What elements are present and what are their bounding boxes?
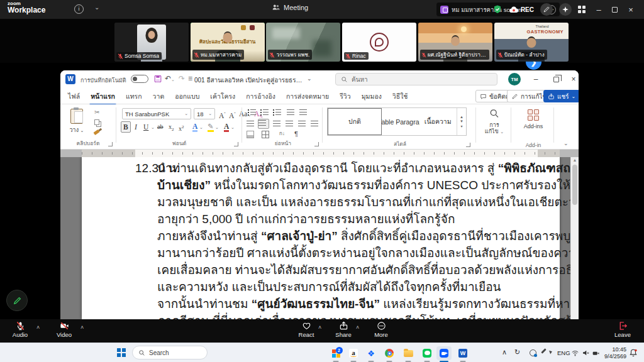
addins-group[interactable]: Add-ins Add-in [513, 104, 553, 150]
font-color-button[interactable]: A [224, 121, 229, 131]
cut-icon[interactable]: ✂ [94, 109, 99, 116]
taskbar-app-amazon[interactable]: a [346, 346, 361, 360]
style-item[interactable]: เนื้อความ [419, 108, 457, 135]
share-options-chevron[interactable]: ˄ [356, 324, 359, 331]
autosave-toggle[interactable] [131, 75, 148, 83]
format-painter-icon[interactable] [93, 129, 99, 135]
info-icon[interactable]: i [74, 4, 84, 14]
notifications-bell-icon[interactable] [629, 348, 638, 358]
shrink-font-button[interactable]: Aˇ [229, 109, 236, 121]
ribbon-tab-item[interactable]: วิธีใช้ [392, 91, 408, 102]
bold-button[interactable]: B [121, 121, 131, 133]
network-status-icon[interactable] [530, 349, 536, 356]
italic-button[interactable]: I [135, 122, 137, 132]
tab-meeting[interactable]: Meeting [272, 3, 308, 12]
font-name-select[interactable]: TH SarabunPSK⌄ [122, 108, 191, 119]
line-spacing-button[interactable] [311, 120, 319, 128]
multilevel-list-button[interactable] [273, 109, 282, 116]
taskbar-app-zoom[interactable] [436, 346, 452, 360]
audio-button[interactable]: Audio [4, 321, 36, 338]
ai-companion-button[interactable] [559, 3, 572, 16]
font-dialog-launcher[interactable] [234, 142, 238, 146]
taskbar-app-microsoft[interactable]: 2 [328, 346, 343, 360]
paragraph-dialog-launcher[interactable] [314, 142, 319, 146]
bullets-button[interactable] [248, 109, 257, 116]
taskbar-search[interactable]: Search [132, 346, 208, 359]
clock[interactable]: 10:45 9/4/2569 [596, 346, 626, 359]
ribbon-tab-active[interactable]: หน้าแรก [91, 91, 115, 102]
underline-chevron-icon[interactable]: ⌄ [151, 125, 155, 130]
borders-button[interactable] [262, 131, 269, 138]
strikethrough-button[interactable]: ab [157, 122, 163, 132]
taskbar-app-dropbox[interactable]: ❖ [364, 346, 379, 360]
taskbar-app-word[interactable]: W [455, 346, 470, 360]
shading-button[interactable] [247, 131, 254, 138]
save-icon[interactable] [153, 74, 162, 84]
apps-grid-icon[interactable] [578, 6, 586, 13]
taskbar-app-line[interactable] [419, 346, 435, 360]
ribbon-tab-item[interactable]: การส่งจดหมาย [286, 91, 329, 102]
redo-button[interactable]: ↷ [179, 74, 185, 83]
copy-icon[interactable] [94, 119, 99, 125]
taskbar-app-chrome[interactable] [382, 346, 397, 360]
word-search-box[interactable]: ค้นหา [335, 73, 497, 85]
security-shield-icon[interactable] [492, 4, 502, 14]
distribute-button[interactable] [298, 120, 307, 128]
text-effects-button[interactable]: A [192, 121, 197, 131]
ribbon-tab-item[interactable]: ออกแบบ [175, 91, 199, 102]
font-size-select[interactable]: 18⌄ [194, 108, 215, 119]
vertical-scrollbar[interactable]: ▲ [570, 157, 579, 319]
superscript-button[interactable]: x2 [179, 122, 184, 134]
scrollbar-thumb[interactable] [572, 165, 577, 205]
document-title[interactable]: 001 อีสานเลอวิหค เปิดประตูสู่อารยธรรมอีส… [194, 75, 305, 85]
subscript-button[interactable]: x2 [169, 122, 174, 134]
audio-options-chevron[interactable]: ˄ [36, 324, 40, 331]
close-button[interactable]: × [624, 5, 638, 14]
recording-indicator[interactable]: REC [509, 5, 534, 14]
ribbon-tab-item[interactable]: วาด [153, 91, 165, 102]
annotation-pencil-button[interactable] [6, 290, 28, 311]
video-button[interactable]: Video [48, 321, 80, 338]
maximize-button[interactable] [612, 7, 618, 13]
underline-button[interactable]: U [143, 122, 148, 132]
account-avatar[interactable]: TM [508, 73, 521, 85]
participant-tile[interactable]: ผศ.ณัฐฐินันท์ ฐิติยาปราโมทย์ [418, 23, 492, 62]
document-page[interactable]: 12.30 น. นำท่านเดินทางกลับสู่ตัวเมืองอุด… [82, 157, 560, 319]
style-item[interactable]: Table Paragrap [382, 108, 419, 135]
numbering-button[interactable] [260, 109, 269, 116]
style-item-selected[interactable]: ปกติ [328, 108, 382, 135]
video-options-chevron[interactable]: ˄ [80, 324, 84, 331]
ribbon-tab-item[interactable]: ไฟล์ [68, 91, 80, 102]
editing-group[interactable]: การแก้ไข ⌄ [478, 104, 511, 150]
increase-indent-button[interactable] [299, 109, 308, 116]
annotate-button[interactable] [540, 3, 553, 16]
word-close-button[interactable]: × [564, 70, 579, 88]
ribbon-tab-item[interactable]: รีวิว [340, 91, 350, 102]
align-center-button[interactable] [258, 119, 269, 129]
participant-tile[interactable]: ThailandGASTRONOMYปัณณ์ทัต - ลำปาง [494, 23, 569, 62]
decrease-indent-button[interactable] [287, 109, 296, 116]
leave-button[interactable]: Leave [606, 321, 639, 338]
participant-tile[interactable]: Somsa Somsa [114, 23, 189, 62]
wifi-icon[interactable] [571, 349, 579, 357]
highlight-button[interactable]: ✎ [208, 121, 214, 131]
start-button[interactable] [117, 348, 126, 357]
ribbon-tab-item[interactable]: แทรก [126, 91, 142, 102]
undo-button[interactable]: ↶⌄ [165, 74, 175, 83]
more-button[interactable]: More [365, 321, 397, 338]
language-indicator[interactable]: ENG [557, 349, 570, 356]
clipboard-dialog-launcher[interactable] [108, 142, 113, 146]
document-title-chevron-icon[interactable]: ⌄ [307, 75, 312, 82]
volume-muted-icon[interactable] [582, 349, 590, 357]
ribbon-tab-item[interactable]: มุมมอง [362, 91, 382, 102]
scroll-up-icon[interactable]: ▲ [571, 158, 579, 162]
paste-label[interactable]: วาง ⌄ [65, 126, 88, 134]
react-options-chevron[interactable]: ˄ [318, 324, 321, 331]
participant-tile[interactable]: Rinac [342, 23, 416, 62]
word-minimize-button[interactable]: – [526, 70, 546, 88]
minimize-button[interactable]: – [592, 5, 606, 14]
taskbar-app-explorer[interactable] [401, 346, 416, 360]
tray-chevron-icon[interactable]: ∧ [502, 349, 507, 356]
align-right-button[interactable] [273, 120, 282, 128]
sort-button[interactable]: ก↓ [279, 131, 285, 136]
